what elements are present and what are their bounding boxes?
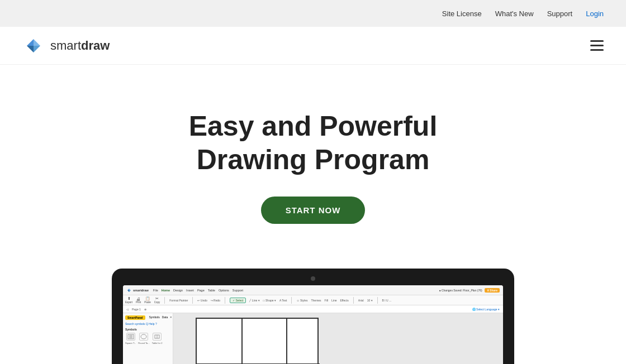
main-nav: smartdraw xyxy=(0,27,626,65)
whats-new-link[interactable]: What's New xyxy=(495,9,534,18)
app-main: SmartPanel Symbols Data × Search symbols… xyxy=(123,313,503,364)
login-link[interactable]: Login xyxy=(586,9,604,18)
app-logo-small: smartdraw xyxy=(126,288,149,293)
app-menu-items: File Home Design Insert Page Table Optio… xyxy=(153,289,243,292)
app-ui: smartdraw File Home Design Insert Page T… xyxy=(123,285,503,364)
hamburger-menu[interactable] xyxy=(590,40,604,51)
app-canvas: MASTER GARAGE xyxy=(173,313,503,364)
svg-point-5 xyxy=(141,334,146,339)
hamburger-line3 xyxy=(590,49,604,51)
app-right-header: ● Changes Saved: Floor_Plan (76) ⬆ Share xyxy=(439,288,500,293)
site-license-link[interactable]: Site License xyxy=(442,9,482,18)
laptop-frame: smartdraw File Home Design Insert Page T… xyxy=(112,269,514,364)
app-sidebar: SmartPanel Symbols Data × Search symbols… xyxy=(123,313,173,364)
hamburger-line2 xyxy=(590,45,604,46)
hero-headline: Easy and Powerful Drawing Program xyxy=(22,109,604,176)
top-bar: Site License What's New Support Login xyxy=(0,0,626,27)
laptop-screen: smartdraw File Home Design Insert Page T… xyxy=(123,285,503,364)
logo-area[interactable]: smartdraw xyxy=(22,35,110,57)
hero-section: Easy and Powerful Drawing Program START … xyxy=(0,65,626,252)
app-second-toolbar: ◁ Page 1 ⊕ 🌐 Select Language ▾ xyxy=(123,305,503,313)
laptop-mockup-area: smartdraw File Home Design Insert Page T… xyxy=(0,252,626,364)
logo-icon xyxy=(22,35,45,57)
start-now-button[interactable]: START NOW xyxy=(261,197,366,224)
laptop-camera xyxy=(311,276,315,281)
app-header: smartdraw File Home Design Insert Page T… xyxy=(123,285,503,295)
app-toolbar: ⬆ Export 🖨 Print 📋 Paste ✂ Copy xyxy=(123,295,503,305)
support-link[interactable]: Support xyxy=(547,9,573,18)
hamburger-line1 xyxy=(590,40,604,42)
logo-text: smartdraw xyxy=(50,39,110,53)
